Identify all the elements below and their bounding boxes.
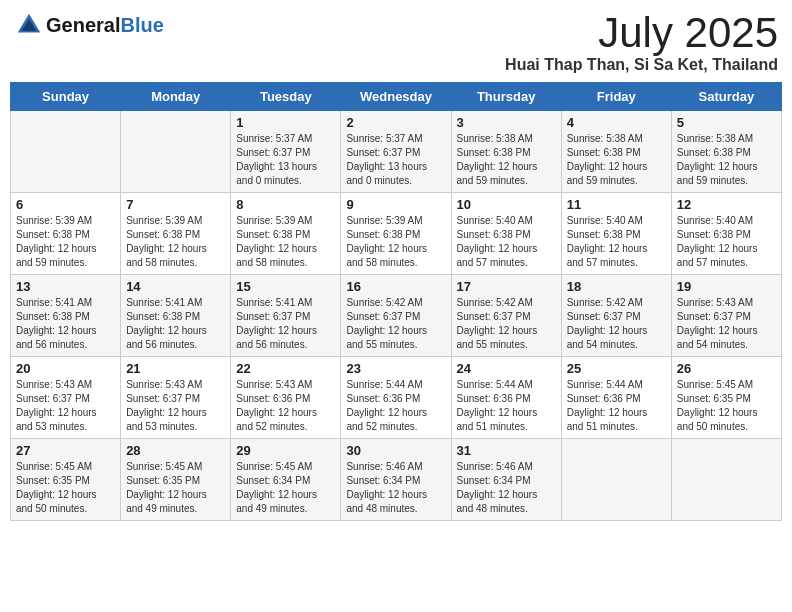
day-info: Sunrise: 5:43 AM Sunset: 6:37 PM Dayligh…: [126, 378, 225, 434]
calendar-cell: 11Sunrise: 5:40 AM Sunset: 6:38 PM Dayli…: [561, 193, 671, 275]
day-info: Sunrise: 5:38 AM Sunset: 6:38 PM Dayligh…: [567, 132, 666, 188]
calendar-cell: 18Sunrise: 5:42 AM Sunset: 6:37 PM Dayli…: [561, 275, 671, 357]
day-number: 21: [126, 361, 225, 376]
calendar-cell: 17Sunrise: 5:42 AM Sunset: 6:37 PM Dayli…: [451, 275, 561, 357]
calendar-cell: 6Sunrise: 5:39 AM Sunset: 6:38 PM Daylig…: [11, 193, 121, 275]
calendar-cell: 19Sunrise: 5:43 AM Sunset: 6:37 PM Dayli…: [671, 275, 781, 357]
day-info: Sunrise: 5:39 AM Sunset: 6:38 PM Dayligh…: [236, 214, 335, 270]
day-header-thursday: Thursday: [451, 83, 561, 111]
day-info: Sunrise: 5:41 AM Sunset: 6:38 PM Dayligh…: [16, 296, 115, 352]
day-header-saturday: Saturday: [671, 83, 781, 111]
day-number: 10: [457, 197, 556, 212]
day-number: 27: [16, 443, 115, 458]
day-info: Sunrise: 5:44 AM Sunset: 6:36 PM Dayligh…: [457, 378, 556, 434]
day-info: Sunrise: 5:43 AM Sunset: 6:37 PM Dayligh…: [677, 296, 776, 352]
day-number: 29: [236, 443, 335, 458]
calendar-week-row: 27Sunrise: 5:45 AM Sunset: 6:35 PM Dayli…: [11, 439, 782, 521]
calendar-cell: 30Sunrise: 5:46 AM Sunset: 6:34 PM Dayli…: [341, 439, 451, 521]
calendar-cell: 12Sunrise: 5:40 AM Sunset: 6:38 PM Dayli…: [671, 193, 781, 275]
day-number: 23: [346, 361, 445, 376]
day-info: Sunrise: 5:37 AM Sunset: 6:37 PM Dayligh…: [236, 132, 335, 188]
day-number: 12: [677, 197, 776, 212]
calendar-week-row: 6Sunrise: 5:39 AM Sunset: 6:38 PM Daylig…: [11, 193, 782, 275]
day-header-wednesday: Wednesday: [341, 83, 451, 111]
calendar-cell: 9Sunrise: 5:39 AM Sunset: 6:38 PM Daylig…: [341, 193, 451, 275]
calendar-cell: [561, 439, 671, 521]
calendar-cell: 3Sunrise: 5:38 AM Sunset: 6:38 PM Daylig…: [451, 111, 561, 193]
day-number: 13: [16, 279, 115, 294]
calendar-cell: 21Sunrise: 5:43 AM Sunset: 6:37 PM Dayli…: [121, 357, 231, 439]
logo-icon: [14, 10, 44, 40]
calendar-cell: 24Sunrise: 5:44 AM Sunset: 6:36 PM Dayli…: [451, 357, 561, 439]
day-info: Sunrise: 5:46 AM Sunset: 6:34 PM Dayligh…: [346, 460, 445, 516]
day-header-friday: Friday: [561, 83, 671, 111]
day-info: Sunrise: 5:42 AM Sunset: 6:37 PM Dayligh…: [346, 296, 445, 352]
calendar-cell: 16Sunrise: 5:42 AM Sunset: 6:37 PM Dayli…: [341, 275, 451, 357]
calendar-header-row: SundayMondayTuesdayWednesdayThursdayFrid…: [11, 83, 782, 111]
page-header: General Blue July 2025 Huai Thap Than, S…: [10, 10, 782, 74]
calendar-cell: 14Sunrise: 5:41 AM Sunset: 6:38 PM Dayli…: [121, 275, 231, 357]
day-number: 11: [567, 197, 666, 212]
calendar-cell: 28Sunrise: 5:45 AM Sunset: 6:35 PM Dayli…: [121, 439, 231, 521]
day-number: 24: [457, 361, 556, 376]
logo-general: General: [46, 14, 120, 37]
day-number: 4: [567, 115, 666, 130]
day-info: Sunrise: 5:45 AM Sunset: 6:35 PM Dayligh…: [677, 378, 776, 434]
day-number: 1: [236, 115, 335, 130]
day-info: Sunrise: 5:37 AM Sunset: 6:37 PM Dayligh…: [346, 132, 445, 188]
day-number: 5: [677, 115, 776, 130]
calendar-cell: 2Sunrise: 5:37 AM Sunset: 6:37 PM Daylig…: [341, 111, 451, 193]
day-number: 2: [346, 115, 445, 130]
day-info: Sunrise: 5:38 AM Sunset: 6:38 PM Dayligh…: [457, 132, 556, 188]
calendar-cell: 20Sunrise: 5:43 AM Sunset: 6:37 PM Dayli…: [11, 357, 121, 439]
day-info: Sunrise: 5:41 AM Sunset: 6:38 PM Dayligh…: [126, 296, 225, 352]
calendar-cell: [671, 439, 781, 521]
day-number: 16: [346, 279, 445, 294]
day-number: 8: [236, 197, 335, 212]
day-number: 28: [126, 443, 225, 458]
day-header-tuesday: Tuesday: [231, 83, 341, 111]
calendar-cell: 27Sunrise: 5:45 AM Sunset: 6:35 PM Dayli…: [11, 439, 121, 521]
day-number: 31: [457, 443, 556, 458]
day-number: 22: [236, 361, 335, 376]
calendar-cell: 23Sunrise: 5:44 AM Sunset: 6:36 PM Dayli…: [341, 357, 451, 439]
calendar-cell: 1Sunrise: 5:37 AM Sunset: 6:37 PM Daylig…: [231, 111, 341, 193]
day-info: Sunrise: 5:40 AM Sunset: 6:38 PM Dayligh…: [677, 214, 776, 270]
calendar-cell: 15Sunrise: 5:41 AM Sunset: 6:37 PM Dayli…: [231, 275, 341, 357]
day-info: Sunrise: 5:43 AM Sunset: 6:37 PM Dayligh…: [16, 378, 115, 434]
day-info: Sunrise: 5:44 AM Sunset: 6:36 PM Dayligh…: [567, 378, 666, 434]
day-number: 7: [126, 197, 225, 212]
calendar-cell: 31Sunrise: 5:46 AM Sunset: 6:34 PM Dayli…: [451, 439, 561, 521]
location-title: Huai Thap Than, Si Sa Ket, Thailand: [505, 56, 778, 74]
day-number: 18: [567, 279, 666, 294]
calendar-cell: 10Sunrise: 5:40 AM Sunset: 6:38 PM Dayli…: [451, 193, 561, 275]
calendar-week-row: 1Sunrise: 5:37 AM Sunset: 6:37 PM Daylig…: [11, 111, 782, 193]
calendar-cell: 26Sunrise: 5:45 AM Sunset: 6:35 PM Dayli…: [671, 357, 781, 439]
calendar-cell: 22Sunrise: 5:43 AM Sunset: 6:36 PM Dayli…: [231, 357, 341, 439]
calendar-week-row: 20Sunrise: 5:43 AM Sunset: 6:37 PM Dayli…: [11, 357, 782, 439]
logo: General Blue: [14, 10, 164, 40]
day-info: Sunrise: 5:43 AM Sunset: 6:36 PM Dayligh…: [236, 378, 335, 434]
day-number: 6: [16, 197, 115, 212]
day-info: Sunrise: 5:39 AM Sunset: 6:38 PM Dayligh…: [16, 214, 115, 270]
day-number: 9: [346, 197, 445, 212]
calendar-cell: [121, 111, 231, 193]
calendar-cell: 25Sunrise: 5:44 AM Sunset: 6:36 PM Dayli…: [561, 357, 671, 439]
day-info: Sunrise: 5:45 AM Sunset: 6:35 PM Dayligh…: [126, 460, 225, 516]
title-section: July 2025 Huai Thap Than, Si Sa Ket, Tha…: [505, 10, 778, 74]
day-number: 14: [126, 279, 225, 294]
day-info: Sunrise: 5:45 AM Sunset: 6:34 PM Dayligh…: [236, 460, 335, 516]
day-info: Sunrise: 5:44 AM Sunset: 6:36 PM Dayligh…: [346, 378, 445, 434]
day-header-monday: Monday: [121, 83, 231, 111]
calendar-cell: 29Sunrise: 5:45 AM Sunset: 6:34 PM Dayli…: [231, 439, 341, 521]
day-number: 20: [16, 361, 115, 376]
calendar-cell: 7Sunrise: 5:39 AM Sunset: 6:38 PM Daylig…: [121, 193, 231, 275]
day-number: 17: [457, 279, 556, 294]
day-number: 26: [677, 361, 776, 376]
day-header-sunday: Sunday: [11, 83, 121, 111]
day-info: Sunrise: 5:46 AM Sunset: 6:34 PM Dayligh…: [457, 460, 556, 516]
day-info: Sunrise: 5:38 AM Sunset: 6:38 PM Dayligh…: [677, 132, 776, 188]
calendar-table: SundayMondayTuesdayWednesdayThursdayFrid…: [10, 82, 782, 521]
day-info: Sunrise: 5:40 AM Sunset: 6:38 PM Dayligh…: [457, 214, 556, 270]
calendar-cell: 13Sunrise: 5:41 AM Sunset: 6:38 PM Dayli…: [11, 275, 121, 357]
